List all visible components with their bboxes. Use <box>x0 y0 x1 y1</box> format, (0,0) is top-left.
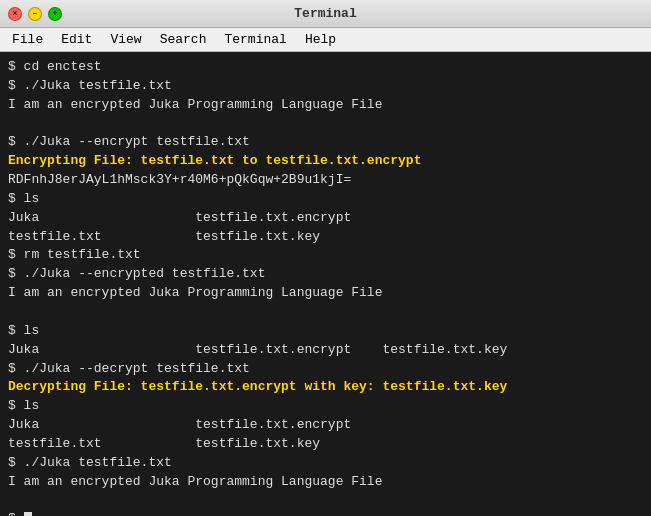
terminal-line: $ <box>8 510 643 516</box>
terminal-line: Juka testfile.txt.encrypt <box>8 416 643 435</box>
terminal-line: $ rm testfile.txt <box>8 246 643 265</box>
terminal-line <box>8 115 643 134</box>
window-title: Terminal <box>294 6 356 21</box>
terminal-line: I am an encrypted Juka Programming Langu… <box>8 473 643 492</box>
terminal-line: RDFnhJ8erJAyL1hMsck3Y+r40M6+pQkGqw+2B9u1… <box>8 171 643 190</box>
terminal-line <box>8 303 643 322</box>
maximize-button[interactable]: + <box>48 7 62 21</box>
menu-terminal[interactable]: Terminal <box>216 30 294 49</box>
terminal-line: $ ./Juka --encrypt testfile.txt <box>8 133 643 152</box>
terminal-line: testfile.txt testfile.txt.key <box>8 228 643 247</box>
terminal-line: $ ./Juka --encrypted testfile.txt <box>8 265 643 284</box>
menu-view[interactable]: View <box>102 30 149 49</box>
terminal-line: I am an encrypted Juka Programming Langu… <box>8 96 643 115</box>
cursor-blink <box>24 512 32 516</box>
terminal-line: $ ./Juka testfile.txt <box>8 454 643 473</box>
menu-file[interactable]: File <box>4 30 51 49</box>
terminal-output[interactable]: $ cd enctest$ ./Juka testfile.txtI am an… <box>0 52 651 516</box>
terminal-line: testfile.txt testfile.txt.key <box>8 435 643 454</box>
terminal-line: $ ls <box>8 322 643 341</box>
close-button[interactable]: × <box>8 7 22 21</box>
terminal-line: Juka testfile.txt.encrypt testfile.txt.k… <box>8 341 643 360</box>
menu-bar: File Edit View Search Terminal Help <box>0 28 651 52</box>
terminal-line: Decrypting File: testfile.txt.encrypt wi… <box>8 378 643 397</box>
terminal-line <box>8 491 643 510</box>
terminal-line: $ cd enctest <box>8 58 643 77</box>
terminal-line: Juka testfile.txt.encrypt <box>8 209 643 228</box>
menu-search[interactable]: Search <box>152 30 215 49</box>
menu-edit[interactable]: Edit <box>53 30 100 49</box>
terminal-line: Encrypting File: testfile.txt to testfil… <box>8 152 643 171</box>
terminal-line: $ ls <box>8 190 643 209</box>
terminal-line: I am an encrypted Juka Programming Langu… <box>8 284 643 303</box>
minimize-button[interactable]: – <box>28 7 42 21</box>
title-bar: × – + Terminal <box>0 0 651 28</box>
window-controls[interactable]: × – + <box>8 7 62 21</box>
terminal-line: $ ./Juka testfile.txt <box>8 77 643 96</box>
terminal-line: $ ./Juka --decrypt testfile.txt <box>8 360 643 379</box>
terminal-line: $ ls <box>8 397 643 416</box>
menu-help[interactable]: Help <box>297 30 344 49</box>
